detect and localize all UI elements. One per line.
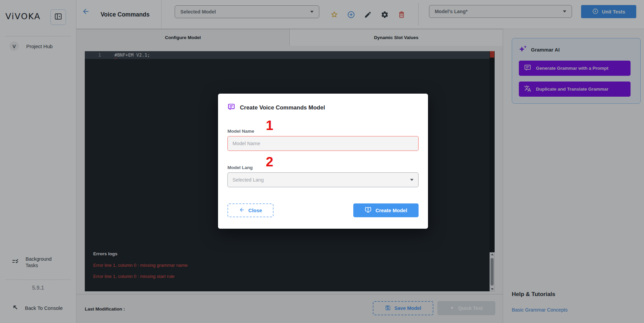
chat-message-icon [227,103,235,112]
selected-lang-placeholder: Selected Lang [232,177,264,183]
arrow-left-icon [239,207,245,214]
annotation-number-2: 2 [266,155,273,168]
model-lang-select[interactable]: Selected Lang [227,172,419,187]
close-dialog-button[interactable]: Close [227,203,274,217]
chevron-down-icon [410,179,414,181]
model-name-label: Model Name [227,129,254,134]
dialog-title: Create Voice Commands Model [240,104,325,111]
create-model-label: Create Model [375,207,407,213]
close-label: Close [248,207,262,213]
monitor-upload-icon [365,206,371,214]
create-model-button[interactable]: Create Model [353,203,419,217]
dialog-title-row: Create Voice Commands Model [227,103,325,112]
model-name-input[interactable] [227,136,419,151]
annotation-number-1: 1 [266,119,273,132]
model-lang-label: Model Lang [227,165,253,170]
create-model-dialog: Create Voice Commands Model Model Name 1… [218,94,428,229]
